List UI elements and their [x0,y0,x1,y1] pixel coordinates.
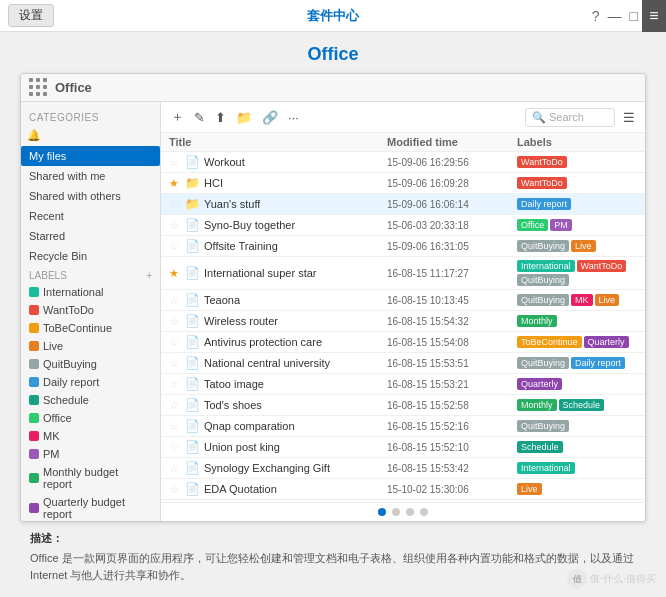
sidebar-label-monthly[interactable]: Monthly budget report [21,463,160,493]
file-labels: Daily report [517,198,637,210]
table-row[interactable]: ☆ 📄 Union post king 16-08-15 15:52:10 Sc… [161,437,645,458]
sidebar-label-office[interactable]: Office [21,409,160,427]
star-icon: ☆ [169,357,179,370]
help-icon[interactable]: ? [592,8,600,24]
pagination-dot-3[interactable] [420,508,428,516]
file-name-cell: ☆ 📄 Wireless router [169,314,387,328]
sidebar-label-international[interactable]: International [21,283,160,301]
file-labels: MonthlySchedule [517,399,637,411]
pagination-dot-0[interactable] [378,508,386,516]
star-icon: ☆ [169,198,179,211]
recycle-bin-label: Recycle Bin [29,250,87,262]
star-icon: ☆ [169,483,179,496]
file-labels: Quarterly [517,378,637,390]
label-color-dot [29,473,39,483]
sidebar-label-schedule[interactable]: Schedule [21,391,160,409]
table-row[interactable]: ☆ 📄 Syno-Buy together 15-06-03 20:33:18 … [161,215,645,236]
file-tag: QuitBuying [517,420,569,432]
sidebar-item-shared-with-others[interactable]: Shared with others [21,186,160,206]
table-row[interactable]: ☆ 📄 Teaona 16-08-15 10:13:45 QuitBuyingM… [161,290,645,311]
shared-with-me-label: Shared with me [29,170,105,182]
file-modified-time: 16-08-15 15:54:32 [387,316,517,327]
search-icon: 🔍 [532,111,546,124]
upload-icon[interactable]: ✎ [192,108,207,127]
label-name: Daily report [43,376,148,388]
file-name: Workout [204,156,245,168]
sidebar-label-mk[interactable]: MK [21,427,160,445]
file-name-cell: ★ 📄 International super star [169,266,387,280]
label-name: ToBeContinue [43,322,148,334]
menu-icon[interactable]: ≡ [642,0,666,32]
share-icon[interactable]: 🔗 [260,108,280,127]
file-name: Tatoo image [204,378,264,390]
header-title: Title [169,136,387,148]
settings-button[interactable]: 设置 [8,4,54,27]
labels-section-label: LABELS [29,270,67,281]
file-icon: 📄 [185,155,200,169]
file-name: EDA Quotation [204,483,277,495]
label-color-dot [29,341,39,351]
more-icon[interactable]: ··· [286,108,301,127]
shared-with-others-label: Shared with others [29,190,121,202]
file-modified-time: 15-10-02 15:30:06 [387,484,517,495]
file-list: ☆ 📄 Workout 15-09-06 16:29:56 WantToDo ★… [161,152,645,502]
table-row[interactable]: ★ 📁 HCI 15-09-06 16:09:28 WantToDo [161,173,645,194]
label-name: Schedule [43,394,148,406]
table-row[interactable]: ☆ 📄 Synology Exchanging Gift 16-08-15 15… [161,458,645,479]
file-modified-time: 16-08-15 15:52:16 [387,421,517,432]
top-bar-left: 设置 [8,4,54,27]
file-labels: InternationalWantToDoQuitBuying [517,260,637,286]
upload2-icon[interactable]: ⬆ [213,108,228,127]
file-tag: Live [571,240,596,252]
sidebar-item-my-files[interactable]: My files [21,146,160,166]
pagination-dot-1[interactable] [392,508,400,516]
table-row[interactable]: ☆ 📄 Wireless router 16-08-15 15:54:32 Mo… [161,311,645,332]
sidebar-item-shared-with-me[interactable]: Shared with me [21,166,160,186]
table-row[interactable]: ★ 📄 International super star 16-08-15 11… [161,257,645,290]
sidebar-label-quarterly[interactable]: Quarterly budget report [21,493,160,521]
maximize-icon[interactable]: □ [630,8,638,24]
add-icon[interactable]: ＋ [169,106,186,128]
sidebar-item-starred[interactable]: Starred [21,226,160,246]
header-labels: Labels [517,136,637,148]
table-row[interactable]: ☆ 📄 Tatoo image 16-08-15 15:53:21 Quarte… [161,374,645,395]
sidebar-label-pm[interactable]: PM [21,445,160,463]
file-tag: ToBeContinue [517,336,582,348]
table-row[interactable]: ☆ 📄 Tod's shoes 16-08-15 15:52:58 Monthl… [161,395,645,416]
table-row[interactable]: ☆ 📄 Antivirus protection care 16-08-15 1… [161,332,645,353]
star-icon: ☆ [169,294,179,307]
toolbar-right: 🔍 Search ☰ [525,108,637,127]
minimize-icon[interactable]: — [608,8,622,24]
sidebar-item-recycle-bin[interactable]: Recycle Bin [21,246,160,266]
file-tag: International [517,260,575,272]
grid-view-icon[interactable]: ☰ [621,108,637,127]
table-row[interactable]: ☆ 📄 EDA Quotation 15-10-02 15:30:06 Live [161,479,645,500]
star-icon: ☆ [169,462,179,475]
table-row[interactable]: ☆ 📄 Workout 15-09-06 16:29:56 WantToDo [161,152,645,173]
table-row[interactable]: ☆ 📁 Yuan's stuff 15-09-06 16:06:14 Daily… [161,194,645,215]
sidebar-label-wanttodo[interactable]: WantToDo [21,301,160,319]
sidebar-label-tobecontinue[interactable]: ToBeContinue [21,319,160,337]
star-icon: ☆ [169,336,179,349]
file-icon: 📄 [185,377,200,391]
table-row[interactable]: ☆ 📄 National central university 16-08-15… [161,353,645,374]
file-icon: 📄 [185,461,200,475]
add-label-button[interactable]: + [146,270,152,281]
star-icon: ☆ [169,315,179,328]
table-row[interactable]: ☆ 📄 Offsite Training 15-09-06 16:31:05 Q… [161,236,645,257]
file-name: Tod's shoes [204,399,262,411]
sidebar-label-live[interactable]: Live [21,337,160,355]
sidebar-item-recent[interactable]: Recent [21,206,160,226]
folder-icon[interactable]: 📁 [234,108,254,127]
sidebar-label-quitting[interactable]: QuitBuying [21,355,160,373]
file-icon: 📄 [185,314,200,328]
table-row[interactable]: ☆ 📄 Qnap comparation 16-08-15 15:52:16 Q… [161,416,645,437]
sidebar-label-daily-report[interactable]: Daily report [21,373,160,391]
search-box[interactable]: 🔍 Search [525,108,615,127]
file-icon: 📄 [185,440,200,454]
file-modified-time: 15-09-06 16:31:05 [387,241,517,252]
file-modified-time: 15-09-06 16:29:56 [387,157,517,168]
pagination-dot-2[interactable] [406,508,414,516]
file-tag: PM [550,219,572,231]
pagination [161,502,645,521]
